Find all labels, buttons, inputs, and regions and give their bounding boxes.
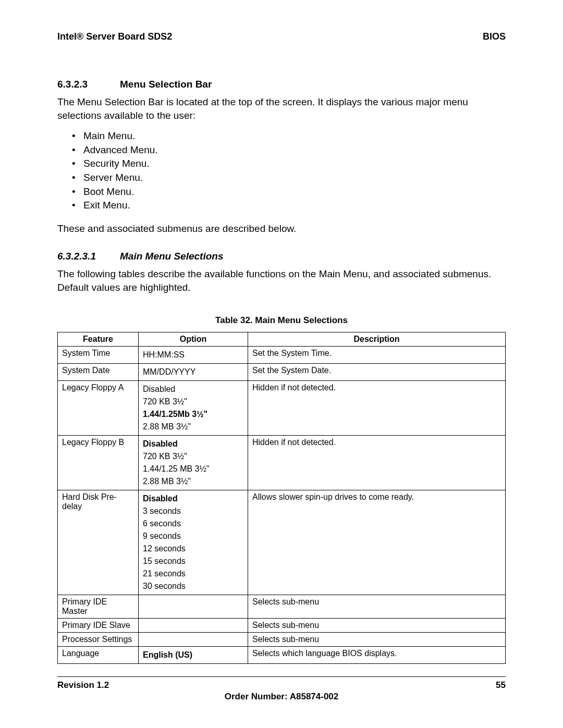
- option-value: 30 seconds: [143, 580, 243, 593]
- header-right: BIOS: [483, 31, 506, 42]
- cell-option: Disabled720 KB 3½"1.44/1.25Mb 3½"2.88 MB…: [139, 380, 248, 435]
- section-heading: 6.3.2.3 Menu Selection Bar: [57, 79, 506, 90]
- table-header-row: Feature Option Description: [58, 332, 506, 346]
- subsection-intro: The following tables describe the availa…: [57, 267, 506, 294]
- option-value: Disabled: [143, 383, 243, 396]
- option-value: 1.44/1.25Mb 3½": [143, 408, 243, 421]
- cell-description: Selects sub-menu: [248, 618, 506, 632]
- option-value: 6 seconds: [143, 517, 243, 530]
- option-value: 2.88 MB 3½": [143, 421, 243, 433]
- cell-description: Selects which language BIOS displays.: [248, 646, 506, 663]
- subsection-title: Main Menu Selections: [120, 251, 223, 262]
- table-row: LanguageEnglish (US)Selects which langua…: [58, 646, 506, 663]
- cell-feature: Language: [58, 646, 139, 663]
- cell-feature: Legacy Floppy A: [58, 380, 139, 435]
- section-outro: These and associated submenus are descri…: [57, 222, 506, 236]
- section-intro: The Menu Selection Bar is located at the…: [57, 95, 506, 122]
- cell-description: Set the System Date.: [248, 363, 506, 380]
- footer-rule: [57, 676, 506, 677]
- option-value: 9 seconds: [143, 530, 243, 542]
- option-value: 2.88 MB 3½": [143, 475, 243, 488]
- menu-bullet-list: Main Menu. Advanced Menu. Security Menu.…: [57, 129, 506, 213]
- cell-feature: Processor Settings: [58, 632, 139, 646]
- col-header-description: Description: [248, 332, 506, 346]
- table-row: Processor SettingsSelects sub-menu: [58, 632, 506, 646]
- cell-option: HH:MM:SS: [139, 346, 248, 363]
- footer-row: Revision 1.2 55: [57, 680, 506, 690]
- list-item: Boot Menu.: [57, 185, 506, 199]
- table-row: System DateMM/DD/YYYYSet the System Date…: [58, 363, 506, 380]
- section-title: Menu Selection Bar: [120, 79, 212, 90]
- cell-description: Hidden if not detected.: [248, 380, 506, 435]
- cell-feature: Hard Disk Pre-delay: [58, 490, 139, 595]
- table-row: Legacy Floppy BDisabled720 KB 3½"1.44/1.…: [58, 435, 506, 490]
- table-row: Primary IDE SlaveSelects sub-menu: [58, 618, 506, 632]
- cell-option: [139, 618, 248, 632]
- option-value: 3 seconds: [143, 505, 243, 517]
- section-number: 6.3.2.3: [57, 79, 120, 90]
- option-value: 720 KB 3½": [143, 450, 243, 463]
- cell-feature: System Time: [58, 346, 139, 363]
- list-item: Server Menu.: [57, 171, 506, 185]
- cell-feature: Primary IDE Master: [58, 595, 139, 618]
- option-value: English (US): [143, 649, 243, 661]
- cell-feature: System Date: [58, 363, 139, 380]
- option-value: 720 KB 3½": [143, 396, 243, 408]
- cell-description: Set the System Time.: [248, 346, 506, 363]
- option-value: 15 seconds: [143, 555, 243, 567]
- cell-option: MM/DD/YYYY: [139, 363, 248, 380]
- cell-description: Selects sub-menu: [248, 595, 506, 618]
- option-value: MM/DD/YYYY: [143, 366, 243, 378]
- cell-option: Disabled720 KB 3½"1.44/1.25 MB 3½"2.88 M…: [139, 435, 248, 490]
- cell-option: [139, 595, 248, 618]
- list-item: Security Menu.: [57, 157, 506, 171]
- option-value: 21 seconds: [143, 567, 243, 580]
- table-row: Legacy Floppy ADisabled720 KB 3½"1.44/1.…: [58, 380, 506, 435]
- option-value: 1.44/1.25 MB 3½": [143, 463, 243, 475]
- table-caption: Table 32. Main Menu Selections: [57, 315, 506, 326]
- option-value: Disabled: [143, 492, 243, 505]
- subsection-heading: 6.3.2.3.1 Main Menu Selections: [57, 251, 506, 262]
- main-menu-table: Feature Option Description System TimeHH…: [57, 332, 506, 664]
- subsection-number: 6.3.2.3.1: [57, 251, 120, 262]
- header-left: Intel® Server Board SDS2: [57, 31, 172, 42]
- option-value: 12 seconds: [143, 542, 243, 555]
- page-footer: Revision 1.2 55 Order Number: A85874-002: [57, 676, 506, 702]
- cell-option: English (US): [139, 646, 248, 663]
- footer-page: 55: [496, 680, 506, 690]
- cell-description: Selects sub-menu: [248, 632, 506, 646]
- col-header-feature: Feature: [58, 332, 139, 346]
- cell-description: Allows slower spin-up drives to come rea…: [248, 490, 506, 595]
- list-item: Advanced Menu.: [57, 143, 506, 157]
- cell-feature: Legacy Floppy B: [58, 435, 139, 490]
- footer-revision: Revision 1.2: [57, 680, 109, 690]
- option-value: Disabled: [143, 438, 243, 450]
- option-value: HH:MM:SS: [143, 349, 243, 361]
- cell-option: [139, 632, 248, 646]
- page-header: Intel® Server Board SDS2 BIOS: [57, 31, 506, 42]
- cell-option: Disabled3 seconds6 seconds9 seconds12 se…: [139, 490, 248, 595]
- table-row: System TimeHH:MM:SSSet the System Time.: [58, 346, 506, 363]
- cell-description: Hidden if not detected.: [248, 435, 506, 490]
- col-header-option: Option: [139, 332, 248, 346]
- table-row: Primary IDE MasterSelects sub-menu: [58, 595, 506, 618]
- footer-order: Order Number: A85874-002: [57, 692, 506, 702]
- table-row: Hard Disk Pre-delayDisabled3 seconds6 se…: [58, 490, 506, 595]
- cell-feature: Primary IDE Slave: [58, 618, 139, 632]
- list-item: Exit Menu.: [57, 199, 506, 213]
- list-item: Main Menu.: [57, 129, 506, 143]
